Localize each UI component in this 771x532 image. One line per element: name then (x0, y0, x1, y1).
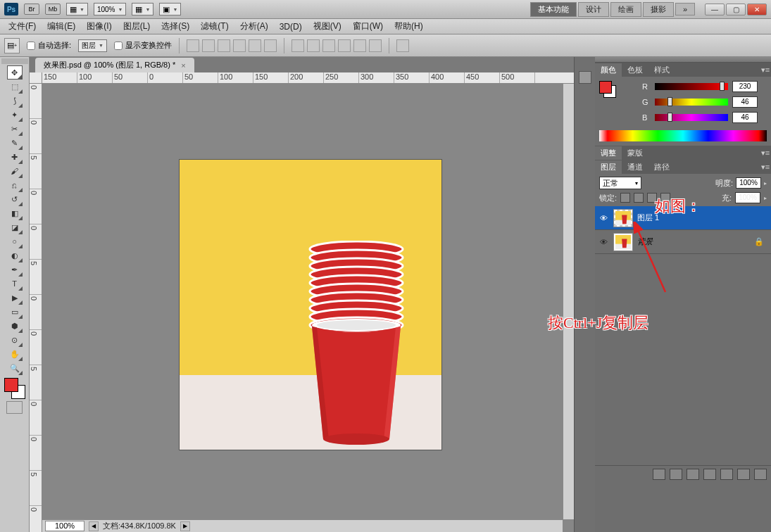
dist-left-button[interactable] (338, 39, 351, 52)
menu-analyze[interactable]: 分析(A) (234, 19, 274, 34)
layer-row-layer1[interactable]: 👁 图层 1 (595, 206, 771, 230)
menu-edit[interactable]: 编辑(E) (42, 19, 81, 34)
lock-transparency-button[interactable] (620, 193, 630, 203)
bridge-button[interactable]: Br (24, 4, 39, 15)
hand-tool[interactable]: ✋ (7, 347, 23, 361)
lock-all-button[interactable] (660, 193, 670, 203)
blur-tool[interactable]: ○ (7, 234, 23, 248)
fill-input[interactable]: 100% (735, 192, 760, 203)
r-slider[interactable] (655, 83, 728, 90)
styles-panel-tab[interactable]: 样式 (648, 63, 675, 77)
window-close-button[interactable]: ✕ (747, 4, 767, 15)
dist-bottom-button[interactable] (322, 39, 335, 52)
crop-tool[interactable]: ✂ (7, 122, 23, 136)
align-hcenter-button[interactable] (249, 39, 261, 52)
layer-visibility-icon[interactable]: 👁 (598, 213, 609, 224)
swatches-panel-tab[interactable]: 色板 (622, 63, 648, 77)
workspace-design-tab[interactable]: 设计 (578, 2, 609, 17)
arrange-docs-dropdown[interactable]: ▦ (132, 3, 153, 15)
view-extras-dropdown[interactable]: ▦ (66, 3, 88, 15)
paths-panel-tab[interactable]: 路径 (648, 160, 675, 174)
align-bottom-button[interactable] (218, 39, 230, 52)
ruler-origin[interactable] (30, 72, 42, 84)
workspace-more-button[interactable]: » (675, 3, 695, 15)
align-vcenter-button[interactable] (202, 39, 215, 52)
dist-hcenter-button[interactable] (353, 39, 366, 52)
align-left-button[interactable] (233, 39, 246, 52)
dist-vcenter-button[interactable] (307, 39, 320, 52)
zoom-level-dropdown[interactable]: 100% (94, 3, 127, 15)
menu-3d[interactable]: 3D(D) (274, 20, 308, 33)
auto-align-button[interactable] (396, 39, 409, 52)
fill-flyout-icon[interactable]: ▸ (764, 195, 767, 201)
panel-dock-grip[interactable] (595, 57, 771, 63)
link-layers-button[interactable] (653, 469, 665, 480)
workspace-basic-tab[interactable]: 基本功能 (530, 2, 577, 17)
auto-select-checkbox[interactable]: 自动选择: (27, 40, 71, 51)
toolbox-grip[interactable] (1, 58, 28, 64)
horizontal-ruler[interactable]: 15010050050100150200250300350400450500 (42, 72, 574, 84)
color-picker[interactable] (4, 378, 25, 399)
color-panel-swatch[interactable] (599, 81, 616, 98)
blend-mode-dropdown[interactable]: 正常 (599, 177, 641, 189)
color-panel-tab[interactable]: 颜色 (595, 63, 622, 77)
lock-position-button[interactable] (647, 193, 657, 203)
quick-mask-button[interactable] (6, 401, 23, 414)
dodge-tool[interactable]: ◐ (7, 248, 23, 262)
adjust-panel-menu-icon[interactable]: ▾≡ (760, 148, 771, 158)
minibridge-button[interactable]: Mb (45, 4, 61, 15)
layer-row-background[interactable]: 👁 背景 🔒 (595, 230, 771, 254)
3d-camera-tool[interactable]: ⊙ (7, 333, 23, 347)
eraser-tool[interactable]: ◧ (7, 206, 23, 220)
marquee-tool[interactable]: ⬚ (7, 80, 23, 94)
menu-help[interactable]: 帮助(H) (389, 19, 429, 34)
panel-foreground-swatch[interactable] (599, 81, 612, 94)
foreground-color-icon[interactable] (4, 378, 18, 392)
menu-layer[interactable]: 图层(L) (118, 19, 156, 34)
stamp-tool[interactable]: ⎌ (7, 178, 23, 192)
gradient-tool[interactable]: ◪ (7, 220, 23, 234)
align-right-button[interactable] (264, 39, 277, 52)
menu-select[interactable]: 选择(S) (156, 19, 195, 34)
history-brush-tool[interactable]: ↺ (7, 192, 23, 206)
vertical-scrollbar[interactable] (563, 84, 574, 519)
document-tab[interactable]: 效果图.psd @ 100% (图层 1, RGB/8) * × (35, 58, 194, 72)
window-minimize-button[interactable]: — (705, 4, 725, 15)
color-spectrum-bar[interactable] (599, 130, 767, 141)
menu-window[interactable]: 窗口(W) (347, 19, 389, 34)
menu-file[interactable]: 文件(F) (3, 19, 42, 34)
history-panel-icon[interactable] (579, 71, 591, 84)
layer-mask-button[interactable] (687, 469, 699, 480)
opacity-input[interactable]: 100% (736, 177, 761, 189)
move-tool[interactable]: ✥ (7, 65, 23, 80)
auto-select-target-dropdown[interactable]: 图层 (78, 39, 107, 52)
opacity-flyout-icon[interactable]: ▸ (764, 180, 767, 186)
g-value-input[interactable]: 46 (732, 96, 758, 108)
delete-layer-button[interactable] (754, 469, 767, 480)
b-slider[interactable] (655, 114, 728, 121)
3d-tool[interactable]: ⬢ (7, 319, 23, 333)
window-maximize-button[interactable]: ▢ (726, 4, 746, 15)
shape-tool[interactable]: ▭ (7, 305, 23, 319)
layers-panel-menu-icon[interactable]: ▾≡ (760, 163, 771, 172)
color-panel-menu-icon[interactable]: ▾≡ (760, 65, 771, 75)
adjustments-panel-tab[interactable]: 调整 (595, 146, 622, 160)
menu-filter[interactable]: 滤镜(T) (195, 19, 234, 34)
layer-thumbnail[interactable] (613, 209, 633, 227)
masks-panel-tab[interactable]: 蒙版 (622, 146, 648, 160)
layer-group-button[interactable] (720, 469, 733, 480)
menu-view[interactable]: 视图(V) (308, 19, 347, 34)
healing-tool[interactable]: ✚ (7, 150, 23, 164)
menu-image[interactable]: 图像(I) (81, 19, 117, 34)
layer-visibility-icon[interactable]: 👁 (598, 236, 609, 248)
zoom-input[interactable]: 100% (45, 521, 84, 531)
layer-style-button[interactable] (670, 469, 682, 480)
type-tool[interactable]: T (7, 277, 23, 291)
show-transform-checkbox[interactable]: 显示变换控件 (114, 40, 172, 51)
vertical-ruler[interactable]: 0050050050050 (30, 84, 42, 532)
pen-tool[interactable]: ✒ (7, 262, 23, 277)
r-value-input[interactable]: 230 (732, 81, 758, 92)
channels-panel-tab[interactable]: 通道 (622, 160, 648, 174)
b-value-input[interactable]: 46 (732, 112, 758, 123)
move-tool-preset-icon[interactable]: ▤+ (4, 38, 20, 53)
